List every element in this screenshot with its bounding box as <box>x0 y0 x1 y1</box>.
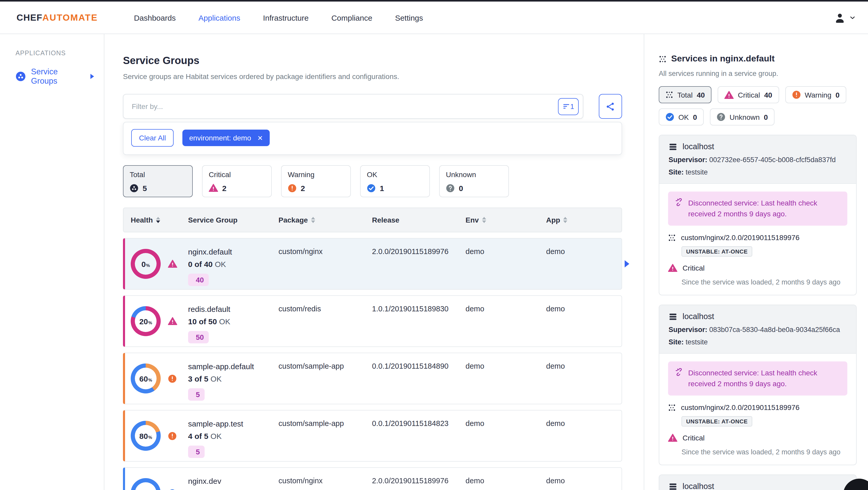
nav-applications[interactable]: Applications <box>198 13 240 22</box>
nav-infrastructure[interactable]: Infrastructure <box>263 13 309 22</box>
filter-chip-label: environment: demo <box>189 134 251 142</box>
package-cell: custom/sample-app <box>278 353 372 404</box>
release-cell: 1.0.1/20190115189830 <box>372 296 466 347</box>
health-percent: 80 <box>139 431 148 440</box>
service-group-row-sample-app-test[interactable]: 80% sample-app.test 4 of 5 OK 5 custom/s… <box>123 410 622 462</box>
column-header-env[interactable]: Env <box>466 216 546 224</box>
sort-arrows-icon[interactable] <box>311 217 315 223</box>
expand-caret-icon[interactable] <box>90 74 94 79</box>
package-cell: custom/nginx <box>278 468 372 490</box>
ok-count: 10 of 10 <box>188 489 217 490</box>
critical-triangle-icon <box>209 183 218 193</box>
page-title: Service Groups <box>123 55 622 67</box>
status-card-critical[interactable]: Critical 2 <box>202 165 272 197</box>
sort-arrows-icon[interactable] <box>563 217 567 223</box>
service-group-row-nginx-dev[interactable]: 100% nginx.dev 10 of 10 OK 10 custom/ngi… <box>123 467 622 490</box>
service-group-cell: nginx.dev 10 of 10 OK 10 <box>188 468 278 490</box>
service-group-cell: nginx.default 0 of 40 OK 40 <box>188 238 278 289</box>
release-cell: 0.0.1/20190115184823 <box>372 411 466 461</box>
supervisor-label: Supervisor: <box>669 156 707 164</box>
ok-count: 10 of 50 <box>188 317 217 326</box>
status-filter-cards: Total 5 Critical 2 Warning 2 OK 1 Unknow… <box>123 165 622 197</box>
active-filters-panel: Clear All environment: demo ✕ <box>123 122 622 155</box>
critical-triangle-icon <box>668 433 677 443</box>
disconnected-alert: Disconnected service: Last health check … <box>668 361 847 395</box>
dots-grid-icon <box>665 91 673 99</box>
health-cell: 20% <box>131 296 188 347</box>
health-cell: 0% <box>131 238 188 289</box>
pill-critical[interactable]: Critical40 <box>718 86 779 103</box>
package-identifier: custom/nginx/2.0.0/20190115189976 <box>668 233 847 242</box>
server-icon <box>669 482 677 490</box>
user-menu[interactable] <box>834 11 856 24</box>
sidebar-item-label: Service Groups <box>31 67 85 86</box>
service-group-row-sample-app-default[interactable]: 60% sample-app.default 3 of 5 OK 5 custo… <box>123 353 622 404</box>
health-cell: 80% <box>131 411 188 461</box>
service-group-name: nginx.default <box>188 247 278 256</box>
nav-compliance[interactable]: Compliance <box>332 13 372 22</box>
service-group-row-redis-default[interactable]: 20% redis.default 10 of 50 OK 50 custom/… <box>123 295 622 347</box>
service-card[interactable]: localhost Supervisor: 083b07ca-5830-4a8d… <box>659 305 857 465</box>
status-card-total[interactable]: Total 5 <box>123 165 193 197</box>
active-filters-button[interactable]: 1 <box>558 98 579 115</box>
pill-ok[interactable]: OK0 <box>659 108 704 126</box>
sidebar-item-service-groups[interactable]: Service Groups <box>16 67 94 86</box>
supervisor-label: Supervisor: <box>669 326 707 333</box>
app-window: CHEFAUTOMATE Dashboards Applications Inf… <box>0 0 868 490</box>
disconnected-services-badge[interactable]: 40 <box>188 274 209 286</box>
column-header-package[interactable]: Package <box>278 216 372 224</box>
service-group-name: nginx.dev <box>188 477 278 485</box>
logo-automate-text: AUTOMATE <box>42 12 98 23</box>
health-percent: 0 <box>142 259 146 268</box>
pill-warning[interactable]: Warning0 <box>785 86 846 103</box>
service-group-row-nginx-default[interactable]: 0% nginx.default 0 of 40 OK 40 custom/ng… <box>123 238 622 290</box>
filter-input[interactable] <box>132 102 558 110</box>
app-cell: demo <box>546 411 622 461</box>
status-card-ok[interactable]: OK 1 <box>360 165 430 197</box>
clear-all-button[interactable]: Clear All <box>131 129 174 146</box>
release-cell: 2.0.0/20190115189976 <box>372 468 466 490</box>
status-card-value: 2 <box>301 184 305 193</box>
sort-arrows-icon[interactable] <box>482 217 486 223</box>
sort-arrows-icon[interactable] <box>156 217 160 223</box>
nav-dashboards[interactable]: Dashboards <box>134 13 176 22</box>
host-name: localhost <box>683 312 714 321</box>
nav-settings[interactable]: Settings <box>395 13 423 22</box>
disconnected-alert: Disconnected service: Last health check … <box>668 192 847 226</box>
since-loaded-text: Since the service was loaded, 2 months 9… <box>681 278 847 286</box>
service-group-cell: sample-app.test 4 of 5 OK 5 <box>188 411 278 461</box>
close-icon[interactable]: ✕ <box>257 134 263 142</box>
status-card-label: Total <box>130 170 186 178</box>
selected-row-caret-icon <box>625 260 629 267</box>
chef-automate-logo[interactable]: CHEFAUTOMATE <box>17 12 98 23</box>
column-header-health[interactable]: Health <box>131 216 188 224</box>
service-card-body: Disconnected service: Last health check … <box>659 184 856 295</box>
column-header-service-group[interactable]: Service Group <box>188 216 278 224</box>
column-header-app[interactable]: App <box>546 216 622 224</box>
health-cell: 60% <box>131 353 188 404</box>
dots-grid-icon <box>668 234 676 241</box>
service-card-header: localhost Supervisor: 0c0a6b1f-f9f2-4fe6… <box>659 475 856 490</box>
column-header-release[interactable]: Release <box>372 216 466 224</box>
service-group-name: sample-app.test <box>188 419 278 428</box>
status-card-unknown[interactable]: Unknown 0 <box>439 165 509 197</box>
status-card-label: Warning <box>288 170 344 178</box>
status-card-warning[interactable]: Warning 2 <box>281 165 351 197</box>
warning-circle-icon <box>288 184 297 193</box>
link-off-icon <box>675 198 683 220</box>
services-detail-panel: Services in nginx.default All services r… <box>644 34 868 490</box>
filter-chip-environment-demo[interactable]: environment: demo ✕ <box>182 130 270 146</box>
update-strategy-badge: UNSTABLE: AT-ONCE <box>681 246 752 257</box>
service-card[interactable]: localhost Supervisor: 002732ee-6557-405c… <box>659 135 857 295</box>
pill-unknown[interactable]: Unknown0 <box>710 108 774 126</box>
pill-total[interactable]: Total40 <box>659 86 711 103</box>
health-ring-chart: 0% <box>131 249 161 279</box>
disconnected-services-badge[interactable]: 5 <box>188 446 205 458</box>
share-button[interactable] <box>599 94 622 119</box>
status-card-label: Unknown <box>446 170 502 178</box>
service-card[interactable]: localhost Supervisor: 0c0a6b1f-f9f2-4fe6… <box>659 475 857 490</box>
host-name: localhost <box>683 482 714 490</box>
status-card-value: 0 <box>459 184 463 193</box>
disconnected-services-badge[interactable]: 5 <box>188 388 205 401</box>
disconnected-services-badge[interactable]: 50 <box>188 331 209 344</box>
